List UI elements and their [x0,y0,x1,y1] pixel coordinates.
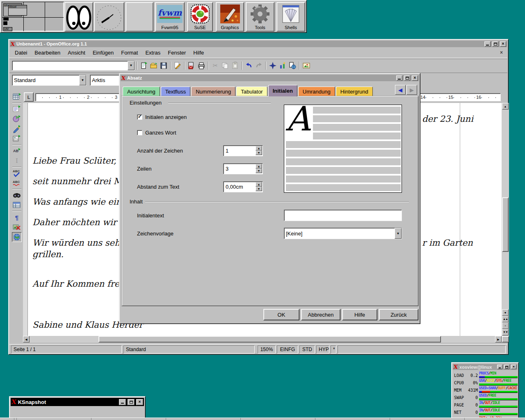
checkbox-ganzes-wort[interactable] [137,130,142,135]
close-button[interactable]: × [136,399,143,405]
navigation-dot-icon[interactable]: ● [502,322,509,329]
tab-initialen[interactable]: Initialen [268,85,297,96]
blank-panel-button[interactable] [126,2,153,32]
autospellcheck-icon[interactable]: ABC [12,178,22,188]
status-insert-mode[interactable]: EINFG [277,345,298,354]
spin-value[interactable]: 3 [226,166,228,172]
url-combobox[interactable]: ▼ [12,61,135,71]
minimize-button[interactable] [484,41,491,47]
paragraph-style-combobox[interactable]: Standard ▼ [12,75,87,86]
insert-table-icon[interactable] [12,92,22,102]
online-layout-icon[interactable] [12,232,22,242]
checkbox-initialen-anzeigen[interactable]: ✓ [137,114,142,120]
chevron-down-icon[interactable]: ▼ [79,75,86,85]
horizontal-scrollbar-thumb[interactable] [98,336,441,342]
tab-type-selector[interactable]: L [24,92,34,102]
vertical-scrollbar-thumb[interactable] [502,197,509,252]
help-button[interactable]: Hilfe [342,309,377,320]
spin-down-icon[interactable]: ▼ [256,187,262,191]
scroll-right-icon[interactable]: ▶ [495,336,502,342]
stylist-icon[interactable] [278,61,288,71]
previous-page-icon[interactable]: ▲▲ [502,316,509,322]
tab-umrandung[interactable]: Umrandung [298,87,335,96]
tab-tabulator[interactable]: Tabulator [236,87,267,96]
scroll-down-icon[interactable]: ▼ [502,309,509,316]
horizontal-scrollbar[interactable]: ◀ ▶ [23,336,502,342]
maximize-button[interactable] [404,75,410,81]
clock-button[interactable] [94,2,124,32]
insert-objects-icon[interactable] [12,114,22,124]
spin-up-icon[interactable]: ▲ [256,182,262,187]
spellcheck-icon[interactable]: ABC [12,168,22,178]
menu-item-1[interactable]: Bearbeiten [31,48,64,57]
minimize-button[interactable] [119,399,126,405]
direct-cursor-icon[interactable]: I [12,156,22,166]
spin-up-icon[interactable]: ▲ [256,146,262,151]
char-style-combobox[interactable]: [Keine] ▼ [284,228,402,239]
xosview-titlebar[interactable]: X xosview@linux × [453,364,517,370]
maximize-button[interactable] [128,399,135,405]
lines-spinner[interactable]: 3 ▲ ▼ [223,163,263,174]
close-document-button[interactable]: × [500,50,503,55]
vertical-scrollbar[interactable]: ▲ ▼ ▲▲ ● ▼▼ [502,103,509,336]
ksnapshot-titlebar[interactable]: X KSnapshot × [11,398,144,406]
spin-value[interactable]: 0,00cm [226,184,243,190]
scroll-left-icon[interactable]: ◀ [23,336,30,342]
redo-icon[interactable] [254,61,264,71]
close-button[interactable]: × [511,365,516,369]
pager-mini-window-um[interactable]: UM [3,27,12,31]
form-functions-icon[interactable] [12,134,22,144]
tab-scroll-right-button[interactable]: ▶ [406,85,417,95]
minimize-button[interactable] [497,365,502,369]
status-selection-mode[interactable]: STD [299,345,315,354]
maximize-button[interactable] [492,41,498,47]
cancel-button[interactable]: Abbrechen [301,309,340,320]
minimize-button[interactable] [396,75,402,81]
menu-item-5[interactable]: Extras [142,48,164,57]
menu-item-3[interactable]: Einfügen [89,48,117,57]
distance-spinner[interactable]: 0,00cm ▲ ▼ [223,181,263,192]
undo-icon[interactable] [244,61,254,71]
close-button[interactable]: × [412,75,418,81]
chevron-down-icon[interactable]: ▼ [395,228,402,239]
tab-ausrichtung[interactable]: Ausrichtung [123,87,160,96]
pager-mini-window-absatz[interactable]: Absat [8,5,27,16]
scroll-up-icon[interactable]: ▲ [502,103,509,110]
menu-item-7[interactable]: Hilfe [189,48,208,57]
tab-hintergrund[interactable]: Hintergrund [336,87,373,96]
status-page-style[interactable]: Standard [123,345,255,354]
hyperlink-icon[interactable] [288,61,297,71]
maximize-button[interactable] [504,365,509,369]
edit-document-icon[interactable] [173,61,183,71]
spin-value[interactable]: 1 [226,148,228,154]
draw-functions-icon[interactable] [12,124,22,134]
pager-iconified-window[interactable] [3,18,9,21]
next-page-icon[interactable]: ▼▼ [502,329,509,336]
num-chars-spinner[interactable]: 1 ▲ ▼ [223,145,263,156]
shells-button[interactable]: Shells [276,2,305,32]
navigator-icon[interactable] [268,61,278,71]
writer-titlebar[interactable]: X Unbenannt1 - OpenOffice.org 1.1 × [10,41,507,47]
dropcap-text-input[interactable] [284,210,402,221]
taskbar-top-edge[interactable] [0,418,525,420]
copy-icon[interactable] [220,61,230,71]
menu-item-2[interactable]: Ansicht [64,48,89,57]
graphics-toggle-icon[interactable] [12,222,22,232]
back-button[interactable]: Zurück [379,309,418,320]
data-sources-icon[interactable] [12,200,22,210]
menu-item-0[interactable]: Datei [11,48,31,57]
spin-down-icon[interactable]: ▼ [256,151,262,155]
open-icon[interactable] [149,61,159,71]
fvwm95-button[interactable]: fvwm Fvwm95 [155,2,185,32]
suse-button[interactable]: SuSE [187,2,213,32]
fvwm-pager[interactable]: Un Absat UM [2,2,64,32]
send-mail-icon[interactable] [187,61,196,71]
tools-button[interactable]: Tools [246,2,274,32]
nonprinting-characters-icon[interactable]: ¶ [12,212,22,222]
menu-item-6[interactable]: Fenster [164,48,189,57]
insert-fields-icon[interactable] [12,104,22,114]
spin-down-icon[interactable]: ▼ [256,169,262,173]
tab-scroll-left-button[interactable]: ◀ [395,85,406,95]
chevron-down-icon[interactable]: ▼ [128,61,135,70]
dialog-titlebar[interactable]: X Absatz × [121,75,419,81]
